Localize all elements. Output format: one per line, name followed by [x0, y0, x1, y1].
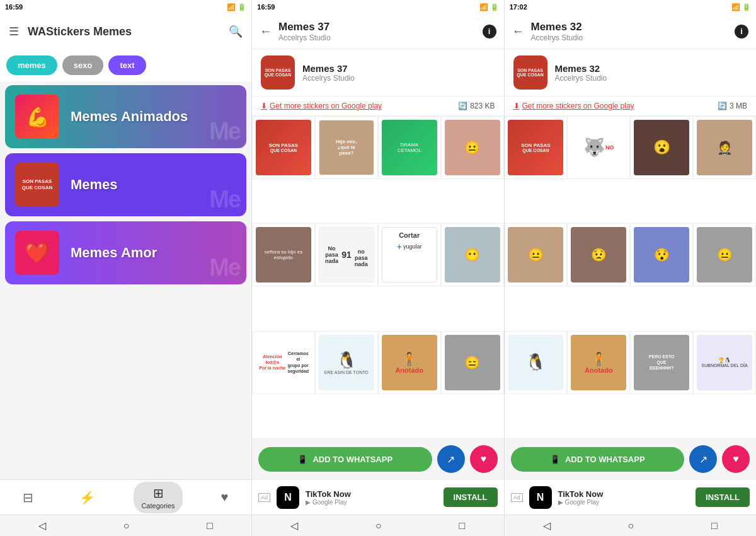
- fav-btn-37[interactable]: ♥: [470, 445, 498, 473]
- sticker-cell[interactable]: PERO ESTOQUEEEEHHHH?: [630, 331, 693, 394]
- sticker-cell[interactable]: 🐧ERE ASIN DE TONTO: [315, 331, 378, 394]
- app-row-name-37: Memes 37: [302, 63, 495, 74]
- sticker-cell[interactable]: 😐: [693, 223, 756, 286]
- sticker-cell[interactable]: No pasa nada91no pasa nada: [315, 223, 378, 286]
- watermark-3: Me: [209, 254, 240, 281]
- app-header: ☰ WAStickers Memes 🔍: [0, 14, 251, 49]
- hamburger-icon[interactable]: ☰: [9, 25, 19, 38]
- sticker-list: 💪 Memes Animados Me SON PASASQUE COSAN M…: [0, 81, 251, 479]
- ad-info-37: TikTok Now ▶ Google Play: [306, 489, 437, 506]
- back-phone-btn-m[interactable]: ◁: [284, 517, 304, 534]
- sticker-cell[interactable]: 😟: [567, 223, 630, 286]
- nav-flash[interactable]: ⚡: [72, 486, 103, 509]
- download-row-37: ⬇ Get more stickers on Google play 🔄 823…: [252, 96, 504, 116]
- pack-amor-thumb: ❤️: [15, 231, 59, 275]
- pack-animados-label: Memes Animados: [71, 108, 188, 125]
- title-group-37: Memes 37 Accelrys Studio: [278, 21, 476, 42]
- search-icon[interactable]: 🔍: [229, 25, 243, 38]
- back-phone-btn[interactable]: ◁: [32, 517, 52, 534]
- square-phone-btn-r[interactable]: □: [705, 518, 724, 534]
- share-btn-37[interactable]: ↗: [437, 445, 465, 473]
- detail-panel-memes37: ← Memes 37 Accelrys Studio i SON PASASQU…: [252, 14, 505, 515]
- square-phone-btn-m[interactable]: □: [452, 518, 471, 534]
- sticker-grid-37: SON PASASQUE COSAN Hijo mío,¿qué tepasa?…: [252, 116, 504, 438]
- info-icon-32[interactable]: i: [735, 25, 748, 38]
- flash-icon: ⚡: [79, 490, 95, 505]
- app-row-37: SON PASASQUE COSAN Memes 37 Accelrys Stu…: [252, 49, 504, 96]
- home-phone-btn-r[interactable]: ○: [622, 518, 641, 534]
- size-info-37: 🔄 823 KB: [458, 102, 495, 110]
- sticker-cell[interactable]: SON PASASQUE COSAN: [505, 116, 568, 179]
- ad-label-32: Ad: [511, 493, 523, 502]
- add-whatsapp-btn-37[interactable]: 📱 ADD TO WHATSAPP: [258, 447, 432, 472]
- sticker-cell[interactable]: SON PASASQUE COSAN: [252, 116, 315, 179]
- action-bar-37: 📱 ADD TO WHATSAPP ↗ ♥: [252, 438, 504, 479]
- sticker-cell[interactable]: 😑: [441, 331, 504, 394]
- pack-memes[interactable]: SON PASASQUE COSAN Memes Me: [5, 153, 246, 216]
- sticker-cell[interactable]: DRAMACETAMOL: [378, 116, 441, 179]
- pack-animados-thumb: 💪: [15, 95, 59, 139]
- title-group-32: Memes 32 Accelrys Studio: [531, 21, 729, 42]
- app-row-info-37: Memes 37 Accelrys Studio: [302, 63, 495, 83]
- nav-categories-label: Categories: [141, 502, 175, 510]
- fav-icon-32: ♥: [733, 453, 739, 465]
- download-link-32[interactable]: ⬇ Get more stickers on Google play: [513, 102, 634, 110]
- pack-amor-label: Memes Amor: [71, 245, 157, 261]
- sticker-cell[interactable]: 🐧: [505, 331, 568, 394]
- sticker-cell[interactable]: 🧍 Anotado: [378, 331, 441, 394]
- sticker-cell[interactable]: Atención tod@sPor la noche Cerramos elgr…: [252, 331, 315, 394]
- status-left: 16:59 📶 🔋: [0, 0, 252, 14]
- whatsapp-icon-32: 📱: [550, 455, 560, 464]
- status-bar: 16:59 📶 🔋 16:59 📶 🔋 17:02 📶 🔋: [0, 0, 756, 14]
- pack-amor[interactable]: ❤️ Memes Amor Me: [5, 221, 246, 284]
- sticker-cell[interactable]: 😶: [441, 223, 504, 286]
- home-phone-btn[interactable]: ○: [117, 518, 136, 534]
- fav-btn-32[interactable]: ♥: [722, 445, 750, 473]
- square-phone-btn[interactable]: □: [200, 518, 219, 534]
- tab-sexo[interactable]: sexo: [62, 55, 104, 75]
- categories-icon: ⊞: [153, 486, 164, 501]
- tab-memes[interactable]: memes: [6, 55, 57, 75]
- sticker-cell[interactable]: 😯: [630, 223, 693, 286]
- bottom-nav: ⊟ ⚡ ⊞ Categories ♥: [0, 479, 251, 515]
- sticker-cell[interactable]: Hijo mío,¿qué tepasa?: [315, 116, 378, 179]
- info-icon-37[interactable]: i: [483, 25, 496, 38]
- sticker-cell[interactable]: 🐺NO: [567, 116, 630, 179]
- install-btn-32[interactable]: INSTALL: [696, 487, 750, 507]
- watermark-1: Me: [209, 118, 240, 145]
- pack-animados[interactable]: 💪 Memes Animados Me: [5, 85, 246, 148]
- sticker-cell[interactable]: 😮: [630, 116, 693, 179]
- detail-title-32: Memes 32: [531, 21, 729, 33]
- size-info-32: 🔄 3 MB: [718, 102, 747, 110]
- ad-banner-37: Ad N TikTok Now ▶ Google Play INSTALL: [252, 479, 504, 515]
- pack-memes-label: Memes: [71, 177, 118, 193]
- back-icon-32[interactable]: ←: [512, 24, 525, 38]
- add-whatsapp-btn-32[interactable]: 📱 ADD TO WHATSAPP: [511, 447, 685, 472]
- detail-header-37: ← Memes 37 Accelrys Studio i: [252, 14, 504, 49]
- nav-grid[interactable]: ⊟: [15, 486, 41, 509]
- tab-text[interactable]: text: [108, 55, 146, 75]
- nav-favorites[interactable]: ♥: [214, 486, 236, 508]
- sticker-cell[interactable]: 😐: [441, 116, 504, 179]
- download-link-37[interactable]: ⬇ Get more stickers on Google play: [261, 102, 382, 110]
- nav-categories[interactable]: ⊞ Categories: [134, 482, 182, 513]
- status-right: 17:02 📶 🔋: [505, 0, 756, 14]
- app-row-32: SON PASASQUE COSAN Memes 32 Accelrys Stu…: [505, 49, 757, 96]
- app-row-name-32: Memes 32: [555, 63, 748, 74]
- sticker-cell[interactable]: 🧍 Anotado: [567, 331, 630, 394]
- back-phone-btn-r[interactable]: ◁: [537, 517, 557, 534]
- left-panel: ☰ WAStickers Memes 🔍 memes sexo text 💪 M…: [0, 14, 252, 515]
- install-btn-37[interactable]: INSTALL: [444, 487, 498, 507]
- sticker-cell[interactable]: Cortar + yugular: [378, 223, 441, 286]
- share-btn-32[interactable]: ↗: [689, 445, 717, 473]
- sticker-cell[interactable]: 🏆🐧SUBNORMAL DEL DÍA: [693, 331, 756, 394]
- sticker-cell[interactable]: 😐: [505, 223, 568, 286]
- heart-nav-icon: ♥: [221, 490, 229, 504]
- category-tabs: memes sexo text: [0, 49, 251, 81]
- sticker-cell[interactable]: señora su hijo es estupido: [252, 223, 315, 286]
- home-phone-btn-m[interactable]: ○: [369, 518, 388, 534]
- back-icon-37[interactable]: ←: [260, 24, 272, 38]
- phone-nav-right: ◁ ○ □: [505, 515, 757, 536]
- pack-memes-thumb: SON PASASQUE COSAN: [15, 163, 59, 207]
- sticker-cell[interactable]: 🤵: [693, 116, 756, 179]
